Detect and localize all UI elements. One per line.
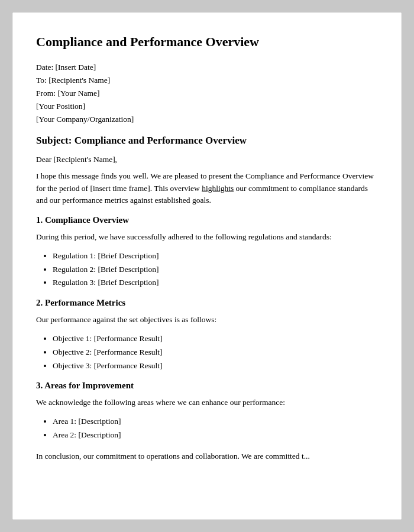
intro-paragraph: I hope this message finds you well. We a… (36, 170, 378, 207)
document-container: Compliance and Performance Overview Date… (12, 12, 402, 520)
section-1-bullets: Regulation 1: [Brief Description] Regula… (53, 249, 378, 290)
greeting: Dear [Recipient's Name], (36, 155, 378, 164)
list-item: Regulation 3: [Brief Description] (53, 276, 378, 290)
list-item: Objective 1: [Performance Result] (53, 332, 378, 346)
meta-to: To: [Recipient's Name] (36, 76, 378, 85)
list-item: Area 1: [Description] (53, 415, 378, 429)
highlight-word: highlights (202, 184, 234, 193)
list-item: Area 2: [Description] (53, 429, 378, 442)
document-title: Compliance and Performance Overview (36, 34, 378, 51)
meta-company: [Your Company/Organization] (36, 115, 378, 124)
section-3-intro: We acknowledge the following areas where… (36, 397, 378, 408)
list-item: Objective 2: [Performance Result] (53, 346, 378, 359)
section-heading-2: 2. Performance Metrics (36, 298, 378, 308)
truncated-line: In conclusion, our commitment to operati… (36, 450, 378, 462)
list-item: Regulation 1: [Brief Description] (53, 249, 378, 263)
subject-line: Subject: Compliance and Performance Over… (36, 135, 378, 147)
meta-position: [Your Position] (36, 102, 378, 111)
section-3-bullets: Area 1: [Description] Area 2: [Descripti… (53, 415, 378, 442)
meta-from: From: [Your Name] (36, 89, 378, 98)
list-item: Regulation 2: [Brief Description] (53, 263, 378, 277)
section-2-bullets: Objective 1: [Performance Result] Object… (53, 332, 378, 373)
section-heading-3: 3. Areas for Improvement (36, 381, 378, 391)
list-item: Objective 3: [Performance Result] (53, 359, 378, 373)
meta-date: Date: [Insert Date] (36, 63, 378, 72)
section-heading-1: 1. Compliance Overview (36, 215, 378, 225)
section-2-intro: Our performance against the set objectiv… (36, 314, 378, 326)
section-1-intro: During this period, we have successfully… (36, 231, 378, 243)
